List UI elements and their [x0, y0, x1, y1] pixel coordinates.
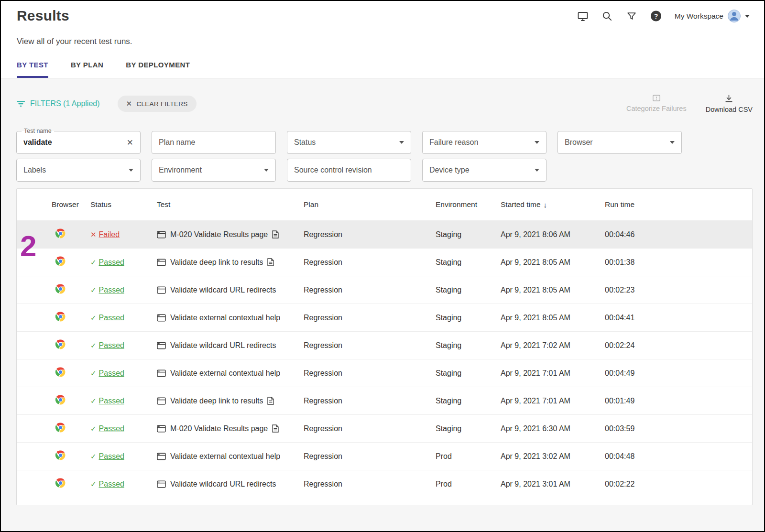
plan-cell: Regression — [304, 230, 436, 239]
test-name: Validate wildcard URL redirects — [170, 286, 276, 294]
table-row[interactable]: ✓ Passed Validate deep link to results — [17, 248, 752, 276]
test-cell[interactable]: Validate deep link to results — [157, 397, 304, 405]
test-name-input[interactable] — [23, 138, 119, 147]
col-status[interactable]: Status — [90, 200, 157, 209]
document-icon[interactable] — [267, 397, 274, 405]
status-select[interactable]: Status — [287, 131, 411, 154]
runtime-cell: 00:04:41 — [605, 314, 752, 322]
table-header: Browser Status Test Plan Environment Sta… — [17, 189, 752, 220]
test-cell[interactable]: Validate external contextual help — [157, 369, 304, 378]
device-type-select[interactable]: Device type — [422, 159, 546, 182]
browser-window-icon — [157, 342, 166, 349]
filters-toggle[interactable]: FILTERS (1 Applied) — [16, 99, 100, 108]
status-icon: ✓ — [90, 314, 97, 322]
plan-cell: Regression — [304, 480, 436, 489]
test-cell[interactable]: Validate wildcard URL redirects — [157, 286, 304, 294]
desktop-icon[interactable] — [577, 11, 589, 22]
test-cell[interactable]: M-020 Validate Results page — [157, 230, 304, 239]
plan-cell: Regression — [304, 286, 436, 294]
table-row[interactable]: ✓ Passed Validate wildcard URL redirects… — [17, 331, 752, 359]
download-icon — [724, 94, 733, 103]
status-icon: ✓ — [90, 397, 97, 405]
document-icon[interactable] — [272, 230, 279, 239]
plan-name-field[interactable]: Plan name — [152, 131, 276, 154]
browser-window-icon — [157, 369, 166, 377]
test-cell[interactable]: Validate wildcard URL redirects — [157, 341, 304, 350]
test-name: Validate external contextual help — [170, 314, 280, 322]
help-icon[interactable]: ? — [650, 11, 662, 22]
tab-by-test[interactable]: BY TEST — [17, 61, 48, 78]
table-row[interactable]: ✕ Failed M-020 Validate Results page — [17, 220, 752, 248]
started-cell: Apr 9, 2021 7:01 AM — [501, 397, 605, 405]
environment-select[interactable]: Environment — [152, 159, 276, 182]
device-type-placeholder: Device type — [429, 166, 470, 174]
status-link[interactable]: Passed — [99, 424, 124, 433]
status-link[interactable]: Passed — [99, 258, 124, 267]
search-icon[interactable] — [601, 11, 613, 22]
test-cell[interactable]: M-020 Validate Results page — [157, 424, 304, 433]
chrome-icon — [55, 395, 66, 407]
environment-cell: Staging — [436, 258, 501, 267]
table-row[interactable]: ✓ Passed Validate external contextual he… — [17, 304, 752, 331]
status-link[interactable]: Passed — [99, 286, 124, 294]
svg-text:?: ? — [654, 12, 658, 20]
started-cell: Apr 9, 2021 8:06 AM — [501, 230, 605, 239]
test-cell[interactable]: Validate external contextual help — [157, 452, 304, 461]
table-row[interactable]: ✓ Passed Validate external contextual he… — [17, 442, 752, 470]
status-link[interactable]: Passed — [99, 397, 124, 405]
col-browser[interactable]: Browser — [52, 200, 90, 209]
table-row[interactable]: ✓ Passed Validate deep link to results — [17, 387, 752, 414]
clear-filters-button[interactable]: ✕ CLEAR FILTERS — [118, 96, 197, 112]
status-link[interactable]: Passed — [99, 314, 124, 322]
document-icon[interactable] — [272, 424, 279, 433]
col-test[interactable]: Test — [157, 200, 304, 209]
tab-by-plan[interactable]: BY PLAN — [71, 61, 103, 78]
status-link[interactable]: Passed — [99, 452, 124, 461]
filter-funnel-icon[interactable] — [626, 11, 637, 22]
document-icon[interactable] — [267, 258, 274, 266]
tab-by-deployment[interactable]: BY DEPLOYMENT — [126, 61, 190, 78]
runtime-cell: 00:04:46 — [605, 230, 752, 239]
col-started-time[interactable]: Started time ↓ — [501, 200, 605, 209]
table-row[interactable]: ✓ Passed Validate external contextual he… — [17, 359, 752, 387]
col-plan[interactable]: Plan — [304, 200, 436, 209]
browser-window-icon — [157, 314, 166, 322]
test-name: M-020 Validate Results page — [170, 424, 268, 433]
status-link[interactable]: Passed — [99, 369, 124, 378]
test-cell[interactable]: Validate external contextual help — [157, 314, 304, 322]
status-icon: ✓ — [90, 480, 97, 489]
failure-reason-placeholder: Failure reason — [429, 138, 478, 147]
workspace-menu[interactable]: My Workspace — [675, 10, 750, 22]
status-link[interactable]: Failed — [99, 230, 120, 239]
chevron-down-icon — [399, 141, 404, 144]
test-name: Validate deep link to results — [170, 258, 263, 267]
browser-cell — [52, 423, 90, 434]
clear-test-name-icon[interactable]: ✕ — [127, 138, 133, 148]
source-control-field[interactable]: Source control revision — [287, 159, 411, 182]
table-row[interactable]: ✓ Passed M-020 Validate Results page — [17, 414, 752, 442]
categorize-failures-label: Categorize Failures — [626, 105, 687, 112]
status-icon: ✓ — [90, 341, 97, 350]
chrome-icon — [55, 339, 66, 351]
test-name-field[interactable]: Test name ✕ — [16, 131, 141, 154]
status-link[interactable]: Passed — [99, 341, 124, 350]
categorize-failures-button[interactable]: Categorize Failures — [626, 94, 687, 112]
bar-actions: Categorize Failures Download CSV — [626, 94, 753, 113]
tab-bar: BY TEST BY PLAN BY DEPLOYMENT — [1, 61, 764, 78]
started-cell: Apr 9, 2021 8:05 AM — [501, 314, 605, 322]
failure-reason-select[interactable]: Failure reason — [422, 131, 546, 154]
browser-cell — [52, 339, 90, 351]
status-link[interactable]: Passed — [99, 480, 124, 489]
download-csv-button[interactable]: Download CSV — [706, 94, 753, 113]
test-cell[interactable]: Validate deep link to results — [157, 258, 304, 267]
col-environment[interactable]: Environment — [436, 200, 501, 209]
test-name-label: Test name — [22, 128, 54, 135]
test-cell[interactable]: Validate wildcard URL redirects — [157, 480, 304, 489]
table-row[interactable]: ✓ Passed Validate wildcard URL redirects… — [17, 276, 752, 304]
browser-select[interactable]: Browser — [557, 131, 682, 154]
clear-filters-label: CLEAR FILTERS — [136, 100, 187, 108]
table-row[interactable]: ✓ Passed Validate wildcard URL redirects… — [17, 470, 752, 498]
col-run-time[interactable]: Run time — [605, 200, 752, 209]
labels-select[interactable]: Labels — [16, 159, 141, 182]
status-icon: ✓ — [90, 258, 97, 267]
